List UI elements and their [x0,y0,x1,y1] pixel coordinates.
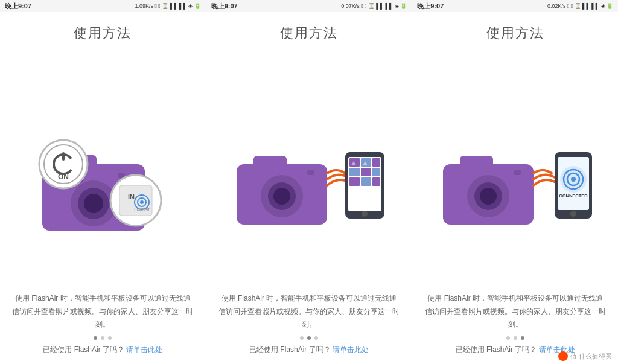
main-content: 使用方法 [0,12,618,364]
svg-text:FlashAir: FlashAir [134,207,150,211]
watermark: 值 什么值得买 [558,351,612,361]
svg-rect-32 [372,168,380,176]
time-1: 晚上9:07 [5,2,31,11]
panel-3-dots [506,336,524,340]
panel-1-bottom: 已经使用 FlashAir 了吗？ 请单击此处 [43,345,162,355]
panel-3-illustration: CONNECTED [418,54,612,286]
svg-rect-33 [349,177,360,186]
svg-text:IN: IN [128,193,135,200]
panel-2-svg [231,110,387,231]
time-2: 晚上9:07 [211,2,238,11]
panel-1-description: 使用 FlashAir 时，智能手机和平板设备可以通过无线通信访问并查看照片或视… [6,292,200,331]
svg-rect-35 [372,177,380,186]
watermark-text: 值 什么值得买 [570,352,612,361]
svg-point-50 [571,177,576,182]
dot-3-2 [514,336,517,340]
panel-2-link[interactable]: 请单击此处 [333,345,369,354]
dot-1-3 [108,336,112,340]
panel-1-title: 使用方法 [74,24,132,42]
panel-3-bottom: 已经使用 FlashAir 了吗？ 请单击此处 [456,345,575,355]
panel-2-description: 使用 FlashAir 时，智能手机和平板设备可以通过无线通信访问并查看照片或视… [212,292,406,331]
svg-point-43 [480,188,497,205]
dot-1-1 [94,336,97,340]
panel-3-description: 使用 FlashAir 时，智能手机和平板设备可以通过无线通信访问并查看照片或视… [418,292,612,331]
dot-2-3 [314,336,318,340]
svg-text:ON: ON [58,173,69,181]
panel-3-title: 使用方法 [486,24,544,42]
svg-rect-29 [372,158,380,167]
svg-rect-20 [253,156,287,169]
panel-1-link[interactable]: 请单击此处 [126,345,162,354]
panel-1-dots [94,336,112,340]
svg-rect-30 [349,168,360,176]
watermark-logo [558,351,568,361]
dot-1-2 [101,336,104,340]
svg-point-23 [273,188,290,205]
panel-2-title: 使用方法 [280,24,338,42]
svg-rect-34 [361,177,371,186]
status-bars: 晚上9:07 1.09K/s ᪵ ⓑ ⌛ ▌▌ ▌▌ ◈ 🔋 晚上9:07 0.… [0,0,618,12]
svg-point-4 [84,194,103,213]
panel-1: 使用方法 [0,12,206,364]
status-bar-1: 晚上9:07 1.09K/s ᪵ ⓑ ⌛ ▌▌ ▌▌ ◈ 🔋 [0,0,206,12]
icons-2: 0.07K/s ᪵ ⓑ ⌛ ▌▌ ▌▌ ◈ 🔋 [341,3,407,9]
panel-1-svg: ON IN FlashAir [24,110,181,231]
panel-2-illustration [212,54,406,286]
svg-rect-31 [361,168,371,176]
icons-3: 0.02K/s ᪵ ⓑ ⌛ ▌▌ ▌▌ ◈ 🔋 [547,3,613,9]
panel-2-bottom: 已经使用 FlashAir 了吗？ 请单击此处 [249,345,369,355]
panel-1-illustration: ON IN FlashAir [6,54,200,286]
svg-rect-24 [307,170,314,175]
dot-2-1 [300,336,304,340]
time-3: 晚上9:07 [417,2,444,11]
svg-rect-44 [514,170,521,175]
svg-point-38 [362,211,368,217]
panel-2-dots [300,336,318,340]
panel-2: 使用方法 [206,12,413,364]
dot-3-1 [506,336,510,340]
panel-3: 使用方法 [412,12,618,364]
icons-1: 1.09K/s ᪵ ⓑ ⌛ ▌▌ ▌▌ ◈ 🔋 [135,3,201,9]
svg-rect-40 [460,156,493,169]
status-bar-2: 晚上9:07 0.07K/s ᪵ ⓑ ⌛ ▌▌ ▌▌ ◈ 🔋 [206,0,413,12]
svg-point-17 [140,200,144,204]
svg-point-52 [570,211,576,217]
status-bar-3: 晚上9:07 0.02K/s ᪵ ⓑ ⌛ ▌▌ ▌▌ ◈ 🔋 [412,0,618,12]
svg-text:CONNECTED: CONNECTED [559,193,588,199]
dot-2-2 [307,336,311,340]
panel-3-svg: CONNECTED [437,110,594,231]
dot-3-3 [521,336,524,340]
